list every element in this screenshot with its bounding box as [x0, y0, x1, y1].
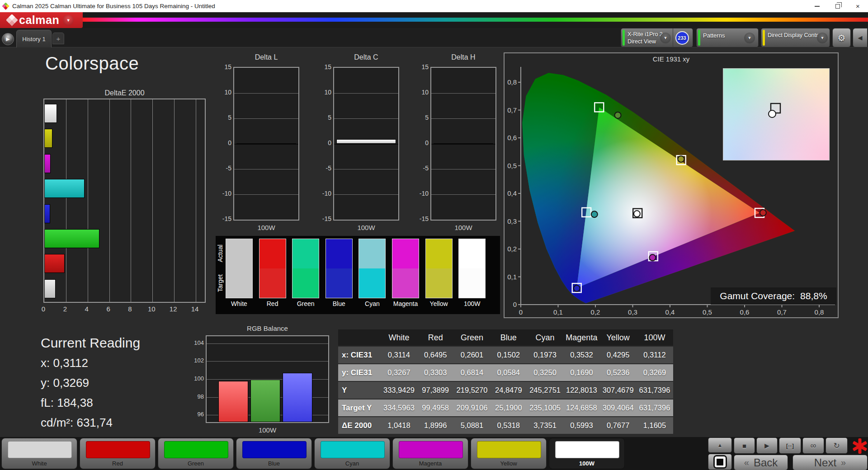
notification-asterisk-icon[interactable] — [852, 437, 868, 455]
cie-measured-magenta — [649, 254, 656, 261]
swatch-column-blue — [326, 239, 353, 298]
gamut-coverage-value: 88,8% — [800, 291, 827, 301]
meter-count-badge[interactable]: 233 — [675, 31, 689, 45]
back-button[interactable]: « Back — [734, 455, 788, 470]
target-swatch — [359, 268, 385, 298]
cell-value: 334,5963 — [381, 404, 417, 412]
pattern-swatch — [86, 441, 150, 458]
plot-area — [333, 67, 399, 221]
cell-value: 97,3899 — [417, 386, 454, 395]
pattern-button-cyan[interactable]: Cyan — [314, 438, 390, 469]
chart-title: Delta H — [430, 53, 496, 61]
gridline — [109, 99, 110, 302]
pattern-button-blue[interactable]: Blue — [236, 438, 312, 469]
gridline — [431, 169, 495, 169]
cell-value: 124,6858 — [563, 404, 600, 412]
cell-value: 122,8013 — [563, 386, 600, 395]
calman-logo-menu[interactable]: calman ▼ — [0, 12, 83, 28]
deltae-chart-title: DeltaE 2000 — [43, 89, 206, 97]
x-axis-label: 100W — [430, 224, 496, 231]
gridline — [152, 99, 153, 302]
gridline — [174, 99, 175, 302]
column-header: Blue — [490, 333, 527, 343]
main-content: Colorspace DeltaE 2000 02468101214 Delta… — [0, 47, 868, 437]
y-axis: 151050-5-10-15 — [413, 67, 429, 221]
deltae-bar-magenta — [44, 154, 51, 173]
stop-icon: ■ — [742, 442, 746, 450]
deltae-bar-white — [44, 279, 56, 298]
tick-label: 5 — [216, 114, 231, 121]
pattern-button-white[interactable]: White — [1, 438, 77, 469]
tick-label: 100 — [187, 375, 204, 382]
pattern-label: Cyan — [315, 460, 390, 467]
svg-text:0,5: 0,5 — [507, 162, 517, 169]
collapse-panel-button[interactable]: ◀ — [853, 28, 868, 47]
pattern-label: White — [2, 460, 77, 467]
pattern-button-magenta[interactable]: Magenta — [392, 438, 468, 469]
display-control-dropdown[interactable]: Direct Display Control ▼ — [761, 28, 830, 47]
cell-value: 0,3114 — [381, 351, 417, 359]
restore-icon — [835, 4, 840, 9]
restore-button[interactable] — [827, 0, 848, 12]
row-label: Y — [338, 386, 381, 395]
cell-value: 0,3269 — [637, 368, 673, 377]
close-button[interactable]: × — [848, 0, 868, 12]
pattern-button-green[interactable]: Green — [158, 438, 234, 469]
gridline — [234, 93, 298, 94]
pattern-bar: WhiteRedGreenBlueCyanMagentaYellow100W ▲… — [0, 437, 868, 470]
actual-swatch — [226, 239, 252, 268]
tick-label: 0 — [413, 139, 429, 146]
target-swatch — [292, 268, 319, 298]
pattern-button-red[interactable]: Red — [80, 438, 156, 469]
stop-measure-button[interactable]: ■ — [734, 437, 755, 454]
actual-swatch — [326, 239, 352, 268]
display-control-status-accent — [763, 30, 765, 46]
patterns-dropdown[interactable]: Patterns ▼ — [696, 28, 759, 47]
history-nav-button[interactable]: ▶ — [2, 33, 14, 45]
next-button[interactable]: Next » — [793, 455, 868, 470]
y-axis: 151050-5-10-15 — [216, 67, 231, 221]
pattern-window-toggle-button[interactable] — [708, 454, 732, 470]
deltae-bar-cyan — [44, 179, 85, 198]
cell-value: 307,4679 — [600, 386, 637, 395]
expand-pattern-tray-button[interactable]: ▲ — [708, 437, 732, 453]
pattern-label: Green — [158, 460, 233, 467]
gridline — [334, 93, 398, 94]
chevron-up-icon: ▲ — [717, 442, 722, 448]
gridline — [334, 118, 398, 119]
add-tab-button[interactable]: + — [52, 33, 64, 44]
pattern-button-100w[interactable]: 100W — [549, 438, 625, 469]
brand-menu-button[interactable]: ▼ — [63, 15, 74, 26]
cell-value: 209,9106 — [454, 404, 491, 412]
tick-label: 5 — [316, 114, 331, 121]
tick-label: 15 — [413, 63, 429, 70]
pattern-series-button[interactable]: [··] — [779, 437, 801, 454]
cell-value: 0,6814 — [454, 368, 491, 377]
measure-button[interactable]: ▶ — [756, 437, 778, 454]
cell-value: 0,3267 — [381, 368, 417, 377]
cell-value: 631,7396 — [637, 386, 673, 395]
swatch-column-yellow — [425, 239, 453, 298]
continuous-measure-button[interactable]: ∞ — [802, 437, 824, 454]
tab-history-1[interactable]: History 1 — [16, 30, 52, 47]
column-header: Red — [417, 333, 454, 343]
tick-label: -10 — [316, 190, 331, 197]
target-swatch — [326, 268, 352, 298]
tick-label: -15 — [216, 215, 231, 222]
refresh-button[interactable]: ↻ — [826, 437, 848, 454]
cell-value: 1,8996 — [417, 421, 454, 430]
meter-dropdown[interactable]: X-Rite i1Pro 2 Direct View ▼ 233 — [621, 28, 693, 47]
tick-label: 10 — [413, 89, 429, 96]
minimize-button[interactable] — [807, 0, 827, 12]
pattern-label: 100W — [549, 460, 624, 467]
meter-status-accent — [623, 30, 625, 46]
actual-swatch — [359, 239, 385, 268]
svg-text:0,2: 0,2 — [591, 308, 600, 316]
settings-button[interactable]: ⚙ — [832, 28, 851, 47]
target-swatch — [259, 268, 286, 298]
current-reading-title: Current Reading — [41, 335, 140, 351]
reading-value: x: 0,3112 — [41, 356, 88, 370]
pattern-button-yellow[interactable]: Yellow — [471, 438, 547, 469]
refresh-icon: ↻ — [833, 441, 840, 451]
pattern-label: Red — [80, 460, 155, 467]
